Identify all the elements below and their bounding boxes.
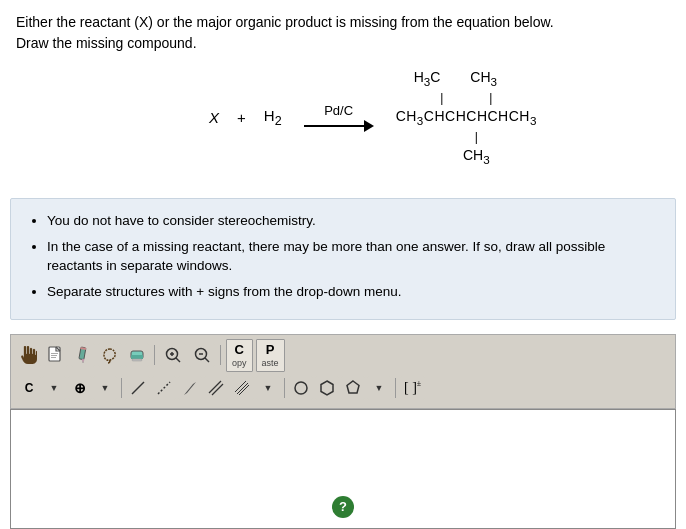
question-text: Either the reactant (X) or the major org… [16, 12, 670, 54]
svg-line-16 [205, 358, 209, 362]
copy-letter: C [235, 342, 244, 358]
paste-button[interactable]: P aste [256, 339, 285, 371]
svg-marker-26 [321, 381, 333, 395]
plus-sign: + [237, 109, 246, 126]
reaction-container: X + H2 Pd/C H3C CH3 | | [76, 68, 670, 168]
double-line-button[interactable] [204, 376, 228, 400]
pencil-tool-button[interactable] [71, 343, 95, 367]
paste-letter: P [266, 342, 275, 358]
help-label: ? [339, 499, 347, 514]
pentagon-shape-button[interactable] [341, 376, 365, 400]
hints-list: You do not have to consider stereochemis… [27, 211, 659, 301]
bottom-group: | CH3 [463, 129, 490, 168]
svg-rect-8 [131, 355, 143, 359]
toolbar-separator-5 [395, 378, 396, 398]
bracket-button[interactable]: [ ]± [400, 376, 425, 400]
copy-button[interactable]: C opy [226, 339, 253, 371]
catalyst-label: Pd/C [324, 103, 353, 118]
svg-line-13 [176, 358, 180, 362]
toolbar-separator-3 [121, 378, 122, 398]
product-top-groups: H3C CH3 [414, 68, 537, 90]
reaction-arrow: Pd/C [304, 103, 374, 132]
svg-marker-5 [82, 359, 84, 363]
help-button[interactable]: ? [332, 496, 354, 518]
top-left-group: H3C [414, 68, 441, 90]
drawing-canvas[interactable]: ? [10, 409, 676, 529]
bracket-icon: [ ]± [404, 379, 421, 396]
shape-dropdown-arrow[interactable]: ▼ [367, 376, 391, 400]
plus-dropdown-group: ⊕ ▼ [68, 376, 117, 400]
circle-shape-button[interactable] [289, 376, 313, 400]
hand-tool-button[interactable] [17, 343, 41, 367]
svg-rect-3 [51, 357, 56, 358]
bold-line-button[interactable] [178, 376, 202, 400]
reactant-x: X [209, 109, 219, 126]
line-dropdown-chevron: ▼ [264, 383, 273, 393]
toolbar-row1: C opy P aste [17, 339, 669, 371]
lasso-tool-button[interactable] [98, 343, 122, 367]
toolbar-area: C opy P aste C ▼ ⊕ ▼ [10, 334, 676, 408]
line-dropdown-arrow[interactable]: ▼ [256, 376, 280, 400]
hint-item-3: Separate structures with + signs from th… [47, 282, 659, 302]
top-right-group: CH3 [470, 68, 497, 90]
h2-label: H2 [264, 107, 282, 128]
bottom-label: CH3 [463, 146, 490, 168]
svg-point-25 [295, 382, 307, 394]
top-right-label: CH3 [470, 68, 497, 90]
svg-rect-2 [51, 355, 57, 356]
hint-item-2: In the case of a missing reactant, there… [47, 237, 659, 276]
c-dropdown-chevron: ▼ [50, 383, 59, 393]
toolbar-separator-2 [220, 345, 221, 365]
question-line2: Draw the missing compound. [16, 35, 197, 51]
line-tool-button[interactable] [126, 376, 150, 400]
question-area: Either the reactant (X) or the major org… [0, 0, 686, 198]
svg-rect-9 [132, 359, 142, 361]
page-tool-button[interactable] [44, 343, 68, 367]
zoom-out-button[interactable] [189, 343, 215, 367]
plus-dropdown-chevron: ▼ [101, 383, 110, 393]
plus-dropdown-arrow[interactable]: ▼ [93, 376, 117, 400]
paste-sub: aste [262, 358, 279, 369]
product-structure: H3C CH3 | | CH3CHCHCHCHCH3 | CH3 [396, 68, 537, 168]
svg-line-21 [212, 384, 223, 395]
hint-item-1: You do not have to consider stereochemis… [47, 211, 659, 231]
toolbar-row2: C ▼ ⊕ ▼ [17, 376, 669, 400]
toolbar-separator-1 [154, 345, 155, 365]
dotted-line-button[interactable] [152, 376, 176, 400]
product-main-chain: CH3CHCHCHCHCH3 [396, 107, 537, 129]
c-dropdown-button[interactable]: C [17, 376, 41, 400]
zoom-in-button[interactable] [160, 343, 186, 367]
triple-line-button[interactable] [230, 376, 254, 400]
svg-marker-27 [347, 381, 359, 393]
svg-rect-1 [51, 353, 58, 354]
shape-dropdown-chevron: ▼ [375, 383, 384, 393]
toolbar-separator-4 [284, 378, 285, 398]
svg-marker-19 [184, 382, 196, 395]
svg-line-17 [132, 382, 144, 394]
copy-sub: opy [232, 358, 247, 369]
c-dropdown-group: C ▼ [17, 376, 66, 400]
question-line1: Either the reactant (X) or the major org… [16, 14, 554, 30]
top-left-label: H3C [414, 68, 441, 90]
hints-box: You do not have to consider stereochemis… [10, 198, 676, 320]
plus-dropdown-button[interactable]: ⊕ [68, 376, 92, 400]
c-dropdown-arrow[interactable]: ▼ [42, 376, 66, 400]
svg-line-18 [158, 382, 170, 394]
hexagon-shape-button[interactable] [315, 376, 339, 400]
eraser-tool-button[interactable] [125, 343, 149, 367]
